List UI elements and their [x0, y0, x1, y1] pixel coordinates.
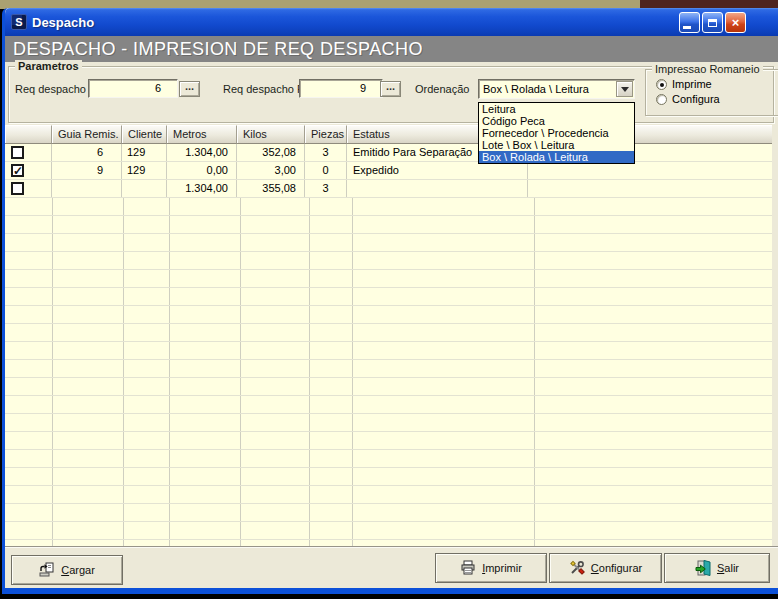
configura-radio[interactable]	[656, 94, 667, 105]
kilos-cell: 3,00	[237, 162, 305, 179]
exit-door-icon	[695, 560, 711, 576]
cargar-button-label: Cargar	[61, 564, 95, 576]
req-despacho-i-browse-button[interactable]: ...	[179, 81, 200, 97]
table-row[interactable]: 9 129 0,00 3,00 0 Expedido	[5, 162, 772, 180]
cargar-button[interactable]: Cargar	[11, 555, 123, 585]
empty-table-row	[5, 360, 772, 378]
ordenacao-label: Ordenação	[415, 83, 469, 95]
cliente-cell: 129	[122, 162, 167, 179]
titlebar[interactable]: S Despacho ×	[5, 8, 778, 36]
estatus-cell: Expedido	[347, 162, 528, 179]
empty-table-row	[5, 234, 772, 252]
dropdown-option[interactable]: Fornecedor \ Procedencia	[479, 127, 634, 139]
guia-cell: 6	[52, 144, 122, 161]
table-row[interactable]: 6 129 1.304,00 352,08 3 Emitido Para Sep…	[5, 144, 772, 162]
empty-table-row	[5, 432, 772, 450]
req-despacho-f-input[interactable]: 9	[299, 79, 383, 98]
dropdown-option[interactable]: Código Peca	[479, 115, 634, 127]
kilos-cell: 355,08	[237, 180, 305, 197]
despacho-window: S Despacho × DESPACHO - IMPRESION DE REQ…	[2, 8, 778, 594]
empty-table-row	[5, 378, 772, 396]
empty-table-row	[5, 252, 772, 270]
configura-radio-label: Configura	[672, 93, 720, 105]
column-header-kilos[interactable]: Kilos	[237, 125, 305, 144]
column-header-checkbox[interactable]	[5, 125, 52, 144]
configurar-button[interactable]: Configurar	[549, 553, 662, 583]
imprime-radio-row[interactable]: Imprime	[656, 78, 712, 90]
salir-button[interactable]: Salir	[664, 553, 770, 583]
ordenacao-dropdown-list[interactable]: LeituraCódigo PecaFornecedor \ Procedenc…	[478, 102, 635, 164]
empty-table-row	[5, 396, 772, 414]
empty-table-row	[5, 324, 772, 342]
parametros-section: Parametros Req despacho I 6 ... Req desp…	[5, 62, 778, 125]
piezas-cell: 3	[305, 144, 347, 161]
row-checkbox[interactable]	[11, 164, 24, 177]
empty-table-row	[5, 342, 772, 360]
close-icon: ×	[732, 16, 740, 29]
estatus-cell	[347, 180, 528, 197]
empty-table-row	[5, 450, 772, 468]
metros-cell: 0,00	[167, 162, 237, 179]
piezas-cell: 0	[305, 162, 347, 179]
dropdown-option[interactable]: Leitura	[479, 103, 634, 115]
chevron-down-icon	[621, 87, 629, 92]
empty-table-row	[5, 198, 772, 216]
empty-table-row	[5, 306, 772, 324]
imprime-radio-label: Imprime	[672, 78, 712, 90]
req-despacho-f-browse-button[interactable]: ...	[380, 81, 401, 97]
ordenacao-dropdown-button[interactable]	[616, 81, 633, 97]
impressao-romaneio-group-label: Impressao Romaneio	[652, 63, 763, 75]
table-header-row: Guia Remis. Cliente Metros Kilos Piezas …	[5, 125, 772, 144]
parametros-group-label: Parametros	[15, 60, 82, 72]
minimize-button[interactable]	[679, 12, 700, 33]
checkbox-cell	[5, 144, 52, 161]
empty-table-row	[5, 486, 772, 504]
cliente-cell: 129	[122, 144, 167, 161]
piezas-cell: 3	[305, 180, 347, 197]
column-header-guia-remis[interactable]: Guia Remis.	[52, 125, 122, 144]
maximize-icon	[708, 19, 717, 27]
page-title: DESPACHO - IMPRESION DE REQ DESPACHO	[5, 36, 778, 62]
req-despacho-f-label: Req despacho F	[223, 83, 304, 95]
imprimir-button[interactable]: Imprimir	[435, 553, 547, 583]
kilos-cell: 352,08	[237, 144, 305, 161]
empty-table-row	[5, 522, 772, 540]
spacer-cell	[528, 180, 772, 197]
empty-table-row	[5, 540, 772, 546]
empty-table-row	[5, 288, 772, 306]
metros-cell: 1.304,00	[167, 144, 237, 161]
req-despacho-i-label: Req despacho I	[15, 83, 92, 95]
configurar-button-label: Configurar	[591, 562, 642, 574]
table-filler-rows	[5, 198, 772, 546]
column-header-metros[interactable]: Metros	[167, 125, 237, 144]
cliente-cell	[122, 180, 167, 197]
maximize-button[interactable]	[702, 12, 723, 33]
window-title: Despacho	[32, 15, 94, 30]
imprime-radio[interactable]	[656, 79, 667, 90]
table-row-totals[interactable]: 1.304,00 355,08 3	[5, 180, 772, 198]
column-header-piezas[interactable]: Piezas	[305, 125, 347, 144]
close-button[interactable]: ×	[725, 12, 746, 33]
row-checkbox[interactable]	[11, 146, 24, 159]
tools-icon	[569, 560, 585, 576]
req-despacho-i-input[interactable]: 6	[88, 79, 178, 98]
checkbox-cell	[5, 180, 52, 197]
column-header-cliente[interactable]: Cliente	[122, 125, 167, 144]
dropdown-option[interactable]: Lote \ Box \ Leitura	[479, 139, 634, 151]
guia-cell: 9	[52, 162, 122, 179]
checkbox-cell	[5, 162, 52, 179]
configura-radio-row[interactable]: Configura	[656, 93, 720, 105]
metros-cell: 1.304,00	[167, 180, 237, 197]
dropdown-option[interactable]: Box \ Rolada \ Leitura	[479, 151, 634, 163]
load-document-icon	[39, 562, 55, 578]
imprimir-button-label: Imprimir	[482, 562, 522, 574]
app-icon: S	[11, 14, 27, 30]
row-checkbox[interactable]	[11, 182, 24, 195]
empty-table-row	[5, 504, 772, 522]
ordenacao-combobox[interactable]: Box \ Rolada \ Leitura	[478, 79, 635, 99]
ordenacao-selected-value: Box \ Rolada \ Leitura	[483, 83, 589, 95]
spacer-cell	[528, 162, 772, 179]
guia-cell	[52, 180, 122, 197]
empty-table-row	[5, 414, 772, 432]
salir-button-label: Salir	[717, 562, 739, 574]
